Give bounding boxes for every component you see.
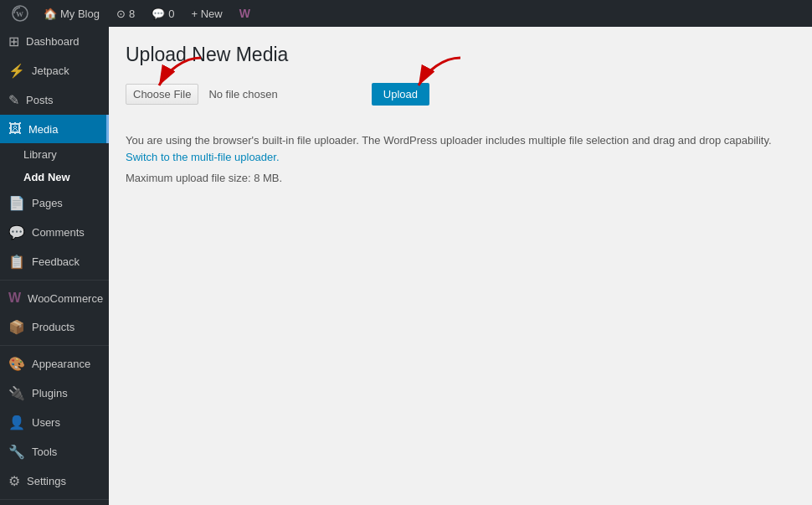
admin-bar-myblog[interactable]: 🏠 My Blog [37, 0, 106, 27]
notification-count: 8 [129, 8, 135, 20]
sidebar-item-woocommerce[interactable]: W WooCommerce [0, 284, 109, 312]
plugins-icon: 🔌 [8, 385, 25, 401]
sidebar-divider-3 [0, 499, 109, 500]
media-icon: 🖼 [8, 121, 22, 137]
sidebar-item-dashboard[interactable]: ⊞ Dashboard [0, 27, 109, 56]
sidebar-label-posts: Posts [26, 94, 54, 106]
blog-name: My Blog [60, 8, 100, 20]
sidebar-label-woocommerce: WooCommerce [28, 292, 103, 305]
sidebar-label-plugins: Plugins [32, 387, 68, 399]
settings-icon: ⚙ [8, 473, 20, 489]
upload-info-static: You are using the browser's built-in fil… [126, 134, 772, 147]
sidebar-item-users[interactable]: 👤 Users [0, 408, 109, 437]
sidebar: ⊞ Dashboard ⚡ Jetpack ✎ Posts 🖼 Media Li… [0, 27, 109, 505]
sidebar-item-jetpack[interactable]: ⚡ Jetpack [0, 56, 109, 85]
house-icon: 🏠 [44, 8, 57, 20]
choose-file-button[interactable]: Choose File [126, 84, 198, 105]
no-file-text: No file chosen [208, 88, 277, 100]
sidebar-sub-library[interactable]: Library [0, 143, 109, 166]
pages-icon: 📄 [8, 195, 25, 211]
upload-info-text: You are using the browser's built-in fil… [126, 132, 795, 165]
sidebar-item-media[interactable]: 🖼 Media [0, 115, 109, 143]
tools-icon: 🔧 [8, 444, 25, 460]
sidebar-label-products: Products [32, 321, 75, 333]
wp-logo-button[interactable]: W [7, 0, 33, 27]
sidebar-item-settings[interactable]: ⚙ Settings [0, 466, 109, 496]
appearance-icon: 🎨 [8, 356, 25, 372]
feedback-icon: 📋 [8, 254, 25, 270]
comment-count: 0 [168, 8, 174, 20]
upload-row: Choose File No file chosen Upload [126, 83, 429, 106]
comment-icon: 💬 [152, 8, 165, 20]
admin-bar-new[interactable]: + New [184, 0, 229, 27]
sidebar-item-feedback[interactable]: 📋 Feedback [0, 247, 109, 276]
woocommerce-icon: W [8, 291, 21, 306]
products-icon: 📦 [8, 319, 25, 335]
dashboard-icon: ⊞ [8, 33, 19, 49]
sidebar-label-appearance: Appearance [32, 358, 90, 370]
admin-bar-comments[interactable]: 💬 0 [145, 0, 181, 27]
sidebar-label-media: Media [28, 123, 58, 136]
sidebar-item-pages[interactable]: 📄 Pages [0, 188, 109, 218]
sidebar-divider-2 [0, 345, 109, 346]
users-icon: 👤 [8, 415, 25, 430]
upload-button[interactable]: Upload [372, 83, 429, 106]
admin-bar: W 🏠 My Blog ⊙ 8 💬 0 + New W [0, 0, 812, 27]
svg-text:W: W [16, 10, 23, 18]
sidebar-item-tools[interactable]: 🔧 Tools [0, 437, 109, 466]
sidebar-label-users: Users [32, 416, 60, 429]
sidebar-label-settings: Settings [27, 475, 66, 487]
woo-icon: W [239, 7, 250, 20]
sidebar-label-dashboard: Dashboard [26, 35, 80, 48]
comments-icon: 💬 [8, 224, 25, 240]
circle-icon: ⊙ [116, 8, 126, 20]
sidebar-item-comments[interactable]: 💬 Comments [0, 218, 109, 247]
new-label: + New [191, 8, 222, 20]
admin-bar-notifications[interactable]: ⊙ 8 [110, 0, 141, 27]
page-title: Upload New Media [126, 44, 795, 66]
sidebar-item-posts[interactable]: ✎ Posts [0, 85, 109, 115]
jetpack-icon: ⚡ [8, 63, 25, 79]
admin-bar-woo[interactable]: W [233, 0, 257, 27]
switch-uploader-link[interactable]: Switch to the multi-file uploader. [126, 151, 280, 163]
sidebar-label-jetpack: Jetpack [32, 64, 69, 77]
sidebar-item-appearance[interactable]: 🎨 Appearance [0, 349, 109, 379]
main-layout: ⊞ Dashboard ⚡ Jetpack ✎ Posts 🖼 Media Li… [0, 27, 812, 505]
content-area: Upload New Media Choose File No file cho… [109, 27, 812, 505]
sidebar-sub-label-addnew: Add New [23, 171, 70, 183]
sidebar-sub-addnew[interactable]: Add New [0, 166, 109, 188]
max-upload-text: Maximum upload file size: 8 MB. [126, 172, 795, 184]
sidebar-label-pages: Pages [32, 197, 63, 209]
sidebar-item-plugins[interactable]: 🔌 Plugins [0, 379, 109, 408]
sidebar-divider-1 [0, 280, 109, 281]
sidebar-label-comments: Comments [32, 226, 85, 239]
sidebar-label-tools: Tools [32, 446, 57, 458]
posts-icon: ✎ [8, 92, 19, 108]
sidebar-label-feedback: Feedback [32, 255, 80, 268]
sidebar-item-products[interactable]: 📦 Products [0, 312, 109, 342]
sidebar-sub-label-library: Library [23, 148, 57, 161]
